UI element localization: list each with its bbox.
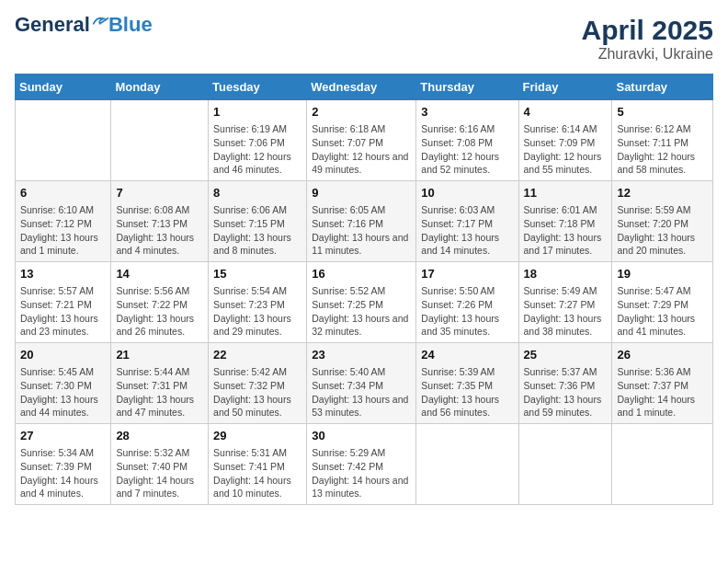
day-number: 8 <box>213 185 301 201</box>
calendar-cell: 26Sunrise: 5:36 AM Sunset: 7:37 PM Dayli… <box>612 343 713 424</box>
calendar-cell: 17Sunrise: 5:50 AM Sunset: 7:26 PM Dayli… <box>416 262 518 343</box>
day-number: 27 <box>20 428 106 444</box>
day-info: Sunrise: 5:52 AM Sunset: 7:25 PM Dayligh… <box>312 284 411 339</box>
day-info: Sunrise: 5:40 AM Sunset: 7:34 PM Dayligh… <box>312 365 411 419</box>
calendar-cell: 13Sunrise: 5:57 AM Sunset: 7:21 PM Dayli… <box>16 262 111 343</box>
day-number: 10 <box>421 185 513 201</box>
day-number: 7 <box>116 185 203 201</box>
day-info: Sunrise: 5:54 AM Sunset: 7:23 PM Dayligh… <box>213 284 301 339</box>
calendar-cell: 22Sunrise: 5:42 AM Sunset: 7:32 PM Dayli… <box>209 343 307 424</box>
day-info: Sunrise: 6:18 AM Sunset: 7:07 PM Dayligh… <box>312 122 411 177</box>
day-number: 25 <box>524 347 608 363</box>
calendar-cell: 29Sunrise: 5:31 AM Sunset: 7:41 PM Dayli… <box>209 424 307 505</box>
calendar-cell: 3Sunrise: 6:16 AM Sunset: 7:08 PM Daylig… <box>416 100 518 181</box>
calendar-cell <box>518 424 612 505</box>
day-number: 17 <box>421 266 513 282</box>
day-number: 19 <box>617 266 708 282</box>
calendar-cell <box>111 100 209 181</box>
calendar-cell: 28Sunrise: 5:32 AM Sunset: 7:40 PM Dayli… <box>111 424 209 505</box>
calendar-cell: 25Sunrise: 5:37 AM Sunset: 7:36 PM Dayli… <box>518 343 612 424</box>
calendar-week-row: 13Sunrise: 5:57 AM Sunset: 7:21 PM Dayli… <box>16 262 713 343</box>
day-info: Sunrise: 6:01 AM Sunset: 7:18 PM Dayligh… <box>524 203 608 258</box>
day-number: 9 <box>312 185 411 201</box>
calendar-cell: 19Sunrise: 5:47 AM Sunset: 7:29 PM Dayli… <box>612 262 713 343</box>
day-info: Sunrise: 5:59 AM Sunset: 7:20 PM Dayligh… <box>617 203 708 258</box>
calendar-day-header: Wednesday <box>307 75 416 100</box>
day-number: 22 <box>213 347 301 363</box>
day-info: Sunrise: 5:57 AM Sunset: 7:21 PM Dayligh… <box>20 284 106 339</box>
day-info: Sunrise: 5:45 AM Sunset: 7:30 PM Dayligh… <box>20 365 106 419</box>
day-info: Sunrise: 5:32 AM Sunset: 7:40 PM Dayligh… <box>116 446 203 500</box>
logo: General Blue <box>15 15 153 35</box>
day-info: Sunrise: 5:34 AM Sunset: 7:39 PM Dayligh… <box>20 446 106 500</box>
calendar-day-header: Tuesday <box>209 75 307 100</box>
calendar-cell: 23Sunrise: 5:40 AM Sunset: 7:34 PM Dayli… <box>307 343 416 424</box>
calendar-day-header: Friday <box>518 75 612 100</box>
day-number: 24 <box>421 347 513 363</box>
calendar-cell: 5Sunrise: 6:12 AM Sunset: 7:11 PM Daylig… <box>612 100 713 181</box>
calendar-cell: 1Sunrise: 6:19 AM Sunset: 7:06 PM Daylig… <box>209 100 307 181</box>
day-info: Sunrise: 5:50 AM Sunset: 7:26 PM Dayligh… <box>421 284 513 339</box>
calendar-cell: 24Sunrise: 5:39 AM Sunset: 7:35 PM Dayli… <box>416 343 518 424</box>
logo-bird-icon <box>92 15 108 28</box>
day-info: Sunrise: 6:08 AM Sunset: 7:13 PM Dayligh… <box>116 203 203 258</box>
day-number: 5 <box>617 104 708 121</box>
day-info: Sunrise: 5:44 AM Sunset: 7:31 PM Dayligh… <box>116 365 203 419</box>
day-number: 30 <box>312 428 411 444</box>
calendar-cell: 7Sunrise: 6:08 AM Sunset: 7:13 PM Daylig… <box>111 181 209 262</box>
calendar-cell: 10Sunrise: 6:03 AM Sunset: 7:17 PM Dayli… <box>416 181 518 262</box>
day-info: Sunrise: 6:14 AM Sunset: 7:09 PM Dayligh… <box>524 122 608 177</box>
calendar-day-header: Sunday <box>16 75 111 100</box>
day-info: Sunrise: 6:12 AM Sunset: 7:11 PM Dayligh… <box>617 122 708 177</box>
logo-blue-text: Blue <box>108 15 153 35</box>
calendar-cell: 30Sunrise: 5:29 AM Sunset: 7:42 PM Dayli… <box>307 424 416 505</box>
day-number: 6 <box>20 185 106 201</box>
day-number: 28 <box>116 428 203 444</box>
day-number: 11 <box>524 185 608 201</box>
day-number: 14 <box>116 266 203 282</box>
calendar-day-header: Thursday <box>416 75 518 100</box>
day-number: 13 <box>20 266 106 282</box>
page-subtitle: Zhuravki, Ukraine <box>582 46 713 63</box>
page-header: General Blue April 2025 Zhuravki, Ukrain… <box>15 15 713 63</box>
day-number: 23 <box>312 347 411 363</box>
day-info: Sunrise: 5:49 AM Sunset: 7:27 PM Dayligh… <box>524 284 608 339</box>
calendar-cell: 18Sunrise: 5:49 AM Sunset: 7:27 PM Dayli… <box>518 262 612 343</box>
day-info: Sunrise: 6:03 AM Sunset: 7:17 PM Dayligh… <box>421 203 513 258</box>
calendar-cell: 6Sunrise: 6:10 AM Sunset: 7:12 PM Daylig… <box>16 181 111 262</box>
calendar-cell: 27Sunrise: 5:34 AM Sunset: 7:39 PM Dayli… <box>16 424 111 505</box>
day-number: 12 <box>617 185 708 201</box>
day-info: Sunrise: 5:42 AM Sunset: 7:32 PM Dayligh… <box>213 365 301 419</box>
day-info: Sunrise: 6:05 AM Sunset: 7:16 PM Dayligh… <box>312 203 411 258</box>
calendar-header-row: SundayMondayTuesdayWednesdayThursdayFrid… <box>16 75 713 100</box>
calendar-table: SundayMondayTuesdayWednesdayThursdayFrid… <box>15 74 713 505</box>
day-info: Sunrise: 5:37 AM Sunset: 7:36 PM Dayligh… <box>524 365 608 419</box>
day-number: 29 <box>213 428 301 444</box>
day-number: 16 <box>312 266 411 282</box>
logo-general-text: General <box>15 15 90 35</box>
calendar-cell: 20Sunrise: 5:45 AM Sunset: 7:30 PM Dayli… <box>16 343 111 424</box>
day-number: 3 <box>421 104 513 121</box>
calendar-cell: 2Sunrise: 6:18 AM Sunset: 7:07 PM Daylig… <box>307 100 416 181</box>
day-info: Sunrise: 6:10 AM Sunset: 7:12 PM Dayligh… <box>20 203 106 258</box>
day-number: 4 <box>524 104 608 121</box>
calendar-day-header: Saturday <box>612 75 713 100</box>
day-number: 1 <box>213 104 301 121</box>
title-block: April 2025 Zhuravki, Ukraine <box>582 15 713 63</box>
day-number: 2 <box>312 104 411 121</box>
day-number: 20 <box>20 347 106 363</box>
calendar-cell: 8Sunrise: 6:06 AM Sunset: 7:15 PM Daylig… <box>209 181 307 262</box>
calendar-week-row: 1Sunrise: 6:19 AM Sunset: 7:06 PM Daylig… <box>16 100 713 181</box>
day-info: Sunrise: 5:56 AM Sunset: 7:22 PM Dayligh… <box>116 284 203 339</box>
calendar-cell: 16Sunrise: 5:52 AM Sunset: 7:25 PM Dayli… <box>307 262 416 343</box>
day-info: Sunrise: 5:31 AM Sunset: 7:41 PM Dayligh… <box>213 446 301 500</box>
calendar-cell: 12Sunrise: 5:59 AM Sunset: 7:20 PM Dayli… <box>612 181 713 262</box>
day-number: 15 <box>213 266 301 282</box>
day-number: 26 <box>617 347 708 363</box>
calendar-week-row: 6Sunrise: 6:10 AM Sunset: 7:12 PM Daylig… <box>16 181 713 262</box>
calendar-cell: 14Sunrise: 5:56 AM Sunset: 7:22 PM Dayli… <box>111 262 209 343</box>
page-title: April 2025 <box>582 15 713 46</box>
calendar-cell <box>16 100 111 181</box>
calendar-cell: 4Sunrise: 6:14 AM Sunset: 7:09 PM Daylig… <box>518 100 612 181</box>
calendar-cell: 15Sunrise: 5:54 AM Sunset: 7:23 PM Dayli… <box>209 262 307 343</box>
